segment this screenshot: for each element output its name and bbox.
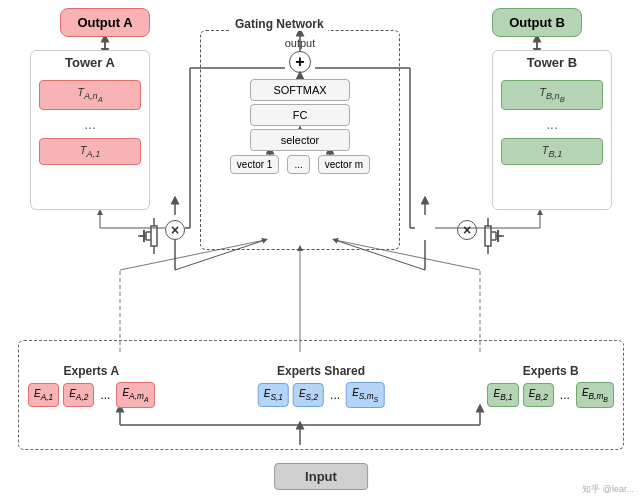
diagram-container: Output A Output B Tower A TA,nA ... TA,1… [0,0,642,500]
experts-shared-section: Experts Shared ES,1 ES,2 ... ES,mS [258,364,385,408]
tower-a-top-cell: TA,nA [39,80,141,110]
svg-rect-37 [151,226,157,246]
experts-a-label: Experts A [28,364,155,378]
experts-b-cells: EB,1 EB,2 ... EB,mB [487,382,614,408]
experts-shared-cells: ES,1 ES,2 ... ES,mS [258,382,385,408]
expert-a-dots: ... [98,384,112,406]
tower-b-label: Tower B [493,51,611,76]
input-label: Input [305,469,337,484]
transistor-b [472,218,504,257]
vector-1: vector 1 [230,155,280,174]
experts-b-section: Experts B EB,1 EB,2 ... EB,mB [487,364,614,408]
expert-b-m: EB,mB [576,382,614,408]
output-a-label: Output A [77,15,132,30]
output-b-box: Output B [492,8,582,37]
expert-b-2: EB,2 [523,383,554,407]
input-box: Input [274,463,368,490]
gating-softmax: SOFTMAX [250,79,350,101]
expert-s-dots: ... [328,384,342,406]
tower-a-bottom-text: TA,1 [80,144,100,156]
transistor-a [138,218,170,257]
tower-a-dots: ... [31,114,149,134]
tower-b-dots: ... [493,114,611,134]
expert-b-dots: ... [558,384,572,406]
tower-a-bottom-cell: TA,1 [39,138,141,165]
experts-a-section: Experts A EA,1 EA,2 ... EA,mA [28,364,155,408]
expert-a-2: EA,2 [63,383,94,407]
gating-network-box: Gating Network output + SOFTMAX FC selec… [200,30,400,250]
output-b-label: Output B [509,15,565,30]
watermark: 知乎 @lear... [582,483,634,496]
output-a-box: Output A [60,8,150,37]
expert-s-2: ES,2 [293,383,324,407]
gating-network-label: Gating Network [231,17,328,31]
tower-b-bottom-text: TB,1 [542,144,562,156]
experts-a-cells: EA,1 EA,2 ... EA,mA [28,382,155,408]
gating-output-label: output [201,31,399,49]
expert-s-m: ES,mS [346,382,384,408]
tower-a-top-text: TA,nA [77,86,103,98]
svg-rect-46 [485,226,491,246]
plus-circle: + [289,51,311,73]
experts-shared-label: Experts Shared [258,364,385,378]
gating-selector: selector [250,129,350,151]
vector-row: vector 1 ... vector m [201,155,399,174]
multiply-right: × [457,220,477,240]
expert-a-1: EA,1 [28,383,59,407]
expert-b-1: EB,1 [487,383,518,407]
expert-a-m: EA,mA [116,382,154,408]
tower-a-box: Tower A TA,nA ... TA,1 [30,50,150,210]
expert-s-1: ES,1 [258,383,289,407]
tower-b-top-text: TB,nB [539,86,565,98]
tower-b-box: Tower B TB,nB ... TB,1 [492,50,612,210]
tower-b-top-cell: TB,nB [501,80,603,110]
tower-b-bottom-cell: TB,1 [501,138,603,165]
tower-a-label: Tower A [31,51,149,76]
vector-m: vector m [318,155,370,174]
gating-fc: FC [250,104,350,126]
experts-b-label: Experts B [487,364,614,378]
multiply-left: × [165,220,185,240]
vector-dots: ... [287,155,309,174]
